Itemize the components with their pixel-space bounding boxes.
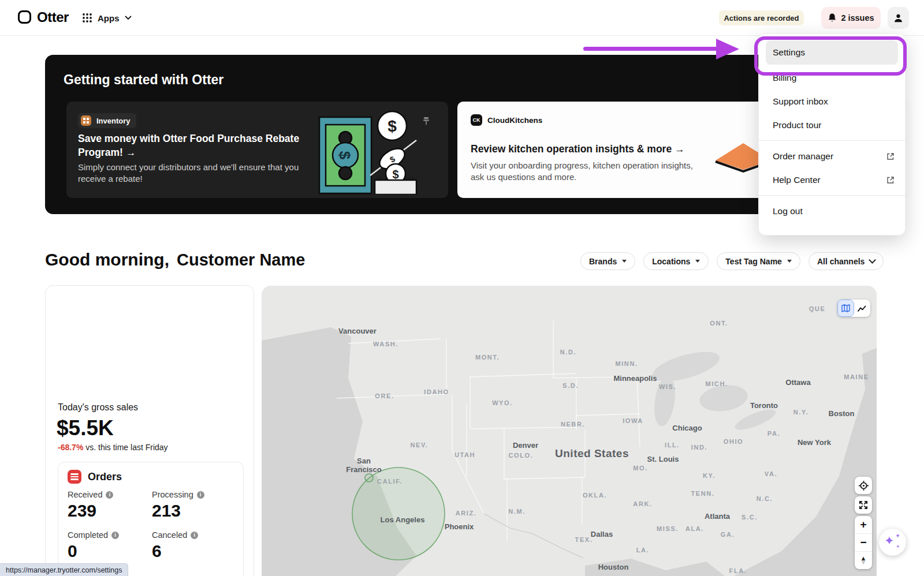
map-label: PA. [767,430,780,437]
map-label: KY. [703,472,716,479]
map-view-toggle [837,300,870,317]
delta-comparison: vs. this time last Friday [83,443,167,452]
menu-item-label: Billing [773,73,796,83]
filter-label: Brands [589,257,617,266]
filter-dropdown[interactable]: All channels [808,252,884,270]
map-label: MICH. [705,380,728,387]
menu-item[interactable]: Settings [766,40,898,65]
menu-item[interactable]: Order manager [759,144,905,168]
gross-sales-label: Today's gross sales [58,402,138,413]
rebate-card-title[interactable]: Save money with Otter Food Purchase Reba… [78,132,332,159]
filter-dropdown[interactable]: Locations [643,252,709,270]
map-label: TEX. [575,536,593,543]
zoom-out-button[interactable]: − [855,533,872,551]
annotation-arrow-line [583,47,718,51]
chevron-down-icon [622,260,627,263]
insights-card-title[interactable]: Review kitchen operation insights & more… [471,143,685,155]
zoom-in-button[interactable]: + [855,516,872,533]
banner-title: Getting started with Otter [64,72,223,88]
filter-label: All channels [817,257,865,266]
map-label: VA. [765,470,777,477]
map-label: IDAHO [424,388,449,395]
map-label: OHIO [724,438,744,445]
stat-value: 6 [152,541,236,561]
info-icon[interactable]: i [106,491,113,499]
map-label: ORE. [375,392,394,399]
map-label: Vancouver [338,327,377,335]
menu-item[interactable]: Product tour [759,113,905,137]
map-label: WYO. [492,399,513,406]
map-label: Houston [598,563,629,571]
inventory-rebate-card[interactable]: Inventory Save money with Otter Food Pur… [66,102,448,198]
filter-label: Locations [652,257,690,266]
map-label: S.D. [562,382,579,389]
stat-value: 239 [68,501,152,521]
info-icon[interactable]: i [191,532,198,539]
gross-sales-value: $5.5K [57,416,114,440]
chart-view-button[interactable] [854,300,871,317]
map-label: QUE [809,305,826,312]
menu-item-label: Product tour [773,120,821,130]
map-label: TENN. [691,490,715,497]
tilt-control[interactable]: ▲ ▼ [855,551,872,569]
top-bar: Otter Apps Actions are recorded 2 issues [0,0,924,36]
issues-button[interactable]: 2 issues [821,7,881,29]
map-label: ALA. [685,525,704,532]
map-label: ONT. [710,320,728,327]
filter-dropdown[interactable]: Test Tag Name [717,252,800,270]
map-label: N.M. [508,508,526,515]
fullscreen-button[interactable] [855,496,872,514]
map-label: St. Louis [647,455,679,463]
order-stat: Receivedi 239 [68,490,152,521]
ai-assistant-button[interactable]: ✦ ✦ ✦ [879,529,906,556]
map-label: New York [798,438,831,447]
map-label: MO. [633,465,648,472]
info-icon[interactable]: i [111,532,119,539]
menu-item-label: Support inbox [773,96,828,107]
person-icon [893,13,904,24]
map-labels: VancouverWASH.MONT.N.D.ONT.QUEMINN.Minne… [262,286,877,576]
inventory-badge: Inventory [78,113,136,128]
map-label: N.Y. [793,409,809,416]
issues-count-label: 2 issues [841,13,874,23]
customer-name: Customer Name [177,250,305,270]
fullscreen-icon [858,500,869,510]
apps-menu-button[interactable]: Apps [82,8,132,28]
map-label: GA. [721,531,735,538]
map-label: NEBR. [561,421,585,428]
map-label: ARIZ. [456,510,477,517]
sparkle-icon: ✦ [895,532,900,540]
chevron-down-icon [787,260,792,263]
menu-item[interactable]: Log out [759,199,905,223]
gross-sales-delta: -68.7% vs. this time last Friday [58,443,168,452]
greeting-prefix: Good morning, [45,250,169,270]
menu-item[interactable]: Support inbox [759,89,905,113]
locations-map[interactable]: VancouverWASH.MONT.N.D.ONT.QUEMINN.Minne… [262,286,877,576]
pin-icon[interactable] [422,117,431,126]
svg-text:$: $ [388,117,397,135]
filter-dropdown[interactable]: Brands [580,252,635,270]
map-label: ILL. [665,442,680,448]
orders-icon [68,470,81,484]
ck-icon: CK [471,114,482,126]
stat-value: 213 [152,501,236,521]
order-stat: Processingi 213 [152,490,236,521]
cloudkitchens-badge: CK CloudKitchens [471,114,542,126]
map-label: Minneapolis [613,374,657,383]
menu-item[interactable]: Help Center [759,168,905,192]
insights-card-description: Visit your onboarding progress, kitchen … [471,160,699,184]
bell-icon [828,13,837,23]
apps-label: Apps [98,13,120,23]
map-label: WIS. [659,383,676,390]
menu-item[interactable]: Billing [759,66,905,89]
profile-button[interactable] [888,7,909,29]
locate-me-button[interactable] [855,477,872,494]
order-stat: Completedi 0 [68,530,152,561]
svg-text:$: $ [392,168,398,181]
map-label: S.C. [742,514,758,521]
info-icon[interactable]: i [197,491,204,499]
stat-value: 0 [68,541,152,561]
chevron-down-icon [695,260,700,263]
map-view-button[interactable] [837,300,854,317]
map-label: United States [555,447,629,460]
